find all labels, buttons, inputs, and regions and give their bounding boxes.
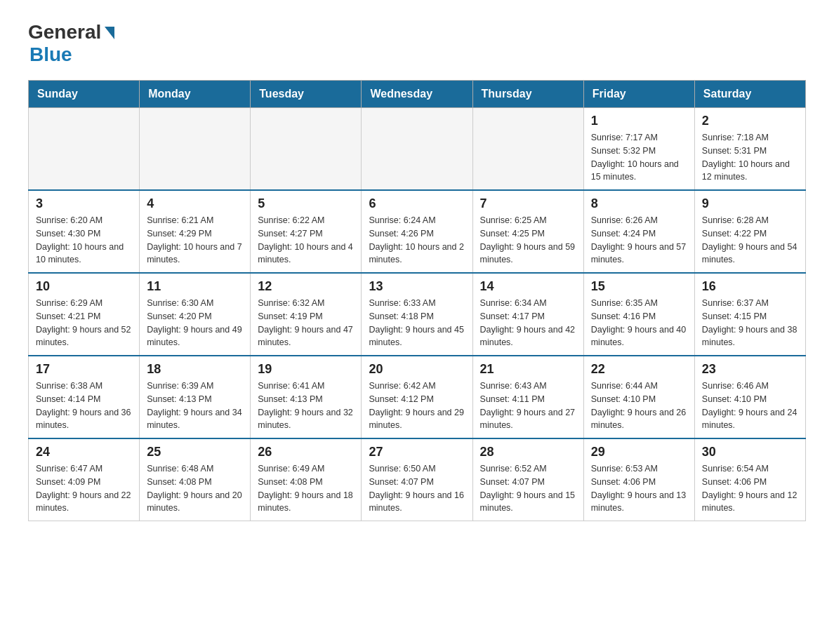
day-number: 23	[702, 362, 798, 377]
calendar-cell-14: 14Sunrise: 6:34 AMSunset: 4:17 PMDayligh…	[472, 273, 583, 356]
day-info: Sunrise: 6:46 AMSunset: 4:10 PMDaylight:…	[702, 380, 798, 432]
calendar-cell-10: 10Sunrise: 6:29 AMSunset: 4:21 PMDayligh…	[29, 273, 140, 356]
day-info: Sunrise: 6:49 AMSunset: 4:08 PMDaylight:…	[258, 462, 354, 515]
week-row-4: 17Sunrise: 6:38 AMSunset: 4:14 PMDayligh…	[29, 356, 806, 438]
day-info: Sunrise: 6:43 AMSunset: 4:11 PMDaylight:…	[480, 380, 576, 432]
calendar-header-row: SundayMondayTuesdayWednesdayThursdayFrid…	[29, 81, 806, 108]
calendar-cell-23: 23Sunrise: 6:46 AMSunset: 4:10 PMDayligh…	[694, 356, 805, 438]
day-number: 22	[591, 362, 687, 377]
day-number: 2	[702, 114, 798, 128]
day-info: Sunrise: 7:17 AMSunset: 5:32 PMDaylight:…	[591, 131, 687, 184]
logo-general-text: General	[28, 21, 101, 43]
day-info: Sunrise: 6:32 AMSunset: 4:19 PMDaylight:…	[258, 297, 354, 349]
week-row-3: 10Sunrise: 6:29 AMSunset: 4:21 PMDayligh…	[29, 273, 806, 356]
day-info: Sunrise: 6:47 AMSunset: 4:09 PMDaylight:…	[36, 462, 132, 515]
calendar-cell-6: 6Sunrise: 6:24 AMSunset: 4:26 PMDaylight…	[362, 190, 472, 273]
day-number: 21	[480, 362, 576, 377]
day-info: Sunrise: 6:28 AMSunset: 4:22 PMDaylight:…	[702, 214, 798, 267]
day-number: 17	[36, 362, 132, 377]
day-number: 5	[258, 196, 354, 211]
calendar-cell-15: 15Sunrise: 6:35 AMSunset: 4:16 PMDayligh…	[583, 273, 694, 356]
calendar-header-thursday: Thursday	[472, 81, 583, 108]
day-info: Sunrise: 7:18 AMSunset: 5:31 PMDaylight:…	[702, 131, 798, 184]
calendar-cell-empty	[251, 108, 362, 191]
day-info: Sunrise: 6:42 AMSunset: 4:12 PMDaylight:…	[369, 380, 465, 432]
day-info: Sunrise: 6:26 AMSunset: 4:24 PMDaylight:…	[591, 214, 687, 267]
day-number: 26	[258, 445, 354, 459]
day-number: 6	[369, 196, 465, 211]
day-number: 7	[480, 196, 576, 211]
week-row-5: 24Sunrise: 6:47 AMSunset: 4:09 PMDayligh…	[29, 438, 806, 521]
calendar-cell-11: 11Sunrise: 6:30 AMSunset: 4:20 PMDayligh…	[140, 273, 251, 356]
day-number: 20	[369, 362, 465, 377]
week-row-2: 3Sunrise: 6:20 AMSunset: 4:30 PMDaylight…	[29, 190, 806, 273]
calendar-header-sunday: Sunday	[29, 81, 140, 108]
calendar-cell-17: 17Sunrise: 6:38 AMSunset: 4:14 PMDayligh…	[29, 356, 140, 438]
day-number: 28	[480, 445, 576, 459]
calendar-cell-13: 13Sunrise: 6:33 AMSunset: 4:18 PMDayligh…	[362, 273, 472, 356]
day-number: 8	[591, 196, 687, 211]
calendar-cell-21: 21Sunrise: 6:43 AMSunset: 4:11 PMDayligh…	[472, 356, 583, 438]
day-info: Sunrise: 6:30 AMSunset: 4:20 PMDaylight:…	[147, 297, 243, 349]
calendar-cell-22: 22Sunrise: 6:44 AMSunset: 4:10 PMDayligh…	[583, 356, 694, 438]
calendar-cell-empty	[362, 108, 472, 191]
calendar-header-saturday: Saturday	[694, 81, 805, 108]
day-number: 4	[147, 196, 243, 211]
calendar-header-tuesday: Tuesday	[251, 81, 362, 108]
day-info: Sunrise: 6:54 AMSunset: 4:06 PMDaylight:…	[702, 462, 798, 515]
day-number: 14	[480, 279, 576, 294]
day-number: 25	[147, 445, 243, 459]
calendar-cell-24: 24Sunrise: 6:47 AMSunset: 4:09 PMDayligh…	[29, 438, 140, 521]
calendar-cell-empty	[472, 108, 583, 191]
day-number: 1	[591, 114, 687, 128]
calendar-cell-25: 25Sunrise: 6:48 AMSunset: 4:08 PMDayligh…	[140, 438, 251, 521]
calendar-cell-19: 19Sunrise: 6:41 AMSunset: 4:13 PMDayligh…	[251, 356, 362, 438]
day-info: Sunrise: 6:38 AMSunset: 4:14 PMDaylight:…	[36, 380, 132, 432]
day-number: 9	[702, 196, 798, 211]
page-header: General Blue	[28, 21, 806, 66]
week-row-1: 1Sunrise: 7:17 AMSunset: 5:32 PMDaylight…	[29, 108, 806, 191]
calendar-cell-29: 29Sunrise: 6:53 AMSunset: 4:06 PMDayligh…	[583, 438, 694, 521]
calendar-header-wednesday: Wednesday	[362, 81, 472, 108]
logo-blue-text: Blue	[29, 43, 72, 66]
calendar-cell-4: 4Sunrise: 6:21 AMSunset: 4:29 PMDaylight…	[140, 190, 251, 273]
calendar-cell-5: 5Sunrise: 6:22 AMSunset: 4:27 PMDaylight…	[251, 190, 362, 273]
calendar-cell-7: 7Sunrise: 6:25 AMSunset: 4:25 PMDaylight…	[472, 190, 583, 273]
logo: General Blue	[28, 21, 114, 66]
calendar-cell-12: 12Sunrise: 6:32 AMSunset: 4:19 PMDayligh…	[251, 273, 362, 356]
day-info: Sunrise: 6:21 AMSunset: 4:29 PMDaylight:…	[147, 214, 243, 267]
calendar-cell-8: 8Sunrise: 6:26 AMSunset: 4:24 PMDaylight…	[583, 190, 694, 273]
day-info: Sunrise: 6:20 AMSunset: 4:30 PMDaylight:…	[36, 214, 132, 267]
calendar-cell-27: 27Sunrise: 6:50 AMSunset: 4:07 PMDayligh…	[362, 438, 472, 521]
day-info: Sunrise: 6:52 AMSunset: 4:07 PMDaylight:…	[480, 462, 576, 515]
day-info: Sunrise: 6:22 AMSunset: 4:27 PMDaylight:…	[258, 214, 354, 267]
calendar-cell-30: 30Sunrise: 6:54 AMSunset: 4:06 PMDayligh…	[694, 438, 805, 521]
day-info: Sunrise: 6:50 AMSunset: 4:07 PMDaylight:…	[369, 462, 465, 515]
day-number: 3	[36, 196, 132, 211]
day-number: 15	[591, 279, 687, 294]
day-number: 29	[591, 445, 687, 459]
day-info: Sunrise: 6:29 AMSunset: 4:21 PMDaylight:…	[36, 297, 132, 349]
calendar-cell-28: 28Sunrise: 6:52 AMSunset: 4:07 PMDayligh…	[472, 438, 583, 521]
calendar-cell-empty	[29, 108, 140, 191]
day-info: Sunrise: 6:24 AMSunset: 4:26 PMDaylight:…	[369, 214, 465, 267]
day-number: 16	[702, 279, 798, 294]
calendar-cell-16: 16Sunrise: 6:37 AMSunset: 4:15 PMDayligh…	[694, 273, 805, 356]
day-info: Sunrise: 6:53 AMSunset: 4:06 PMDaylight:…	[591, 462, 687, 515]
day-info: Sunrise: 6:39 AMSunset: 4:13 PMDaylight:…	[147, 380, 243, 432]
calendar-cell-20: 20Sunrise: 6:42 AMSunset: 4:12 PMDayligh…	[362, 356, 472, 438]
day-number: 11	[147, 279, 243, 294]
calendar-header-monday: Monday	[140, 81, 251, 108]
day-number: 13	[369, 279, 465, 294]
day-number: 18	[147, 362, 243, 377]
day-number: 30	[702, 445, 798, 459]
day-number: 27	[369, 445, 465, 459]
day-info: Sunrise: 6:44 AMSunset: 4:10 PMDaylight:…	[591, 380, 687, 432]
day-info: Sunrise: 6:41 AMSunset: 4:13 PMDaylight:…	[258, 380, 354, 432]
day-number: 10	[36, 279, 132, 294]
day-number: 19	[258, 362, 354, 377]
calendar-header-friday: Friday	[583, 81, 694, 108]
calendar-cell-18: 18Sunrise: 6:39 AMSunset: 4:13 PMDayligh…	[140, 356, 251, 438]
calendar-cell-1: 1Sunrise: 7:17 AMSunset: 5:32 PMDaylight…	[583, 108, 694, 191]
day-info: Sunrise: 6:48 AMSunset: 4:08 PMDaylight:…	[147, 462, 243, 515]
